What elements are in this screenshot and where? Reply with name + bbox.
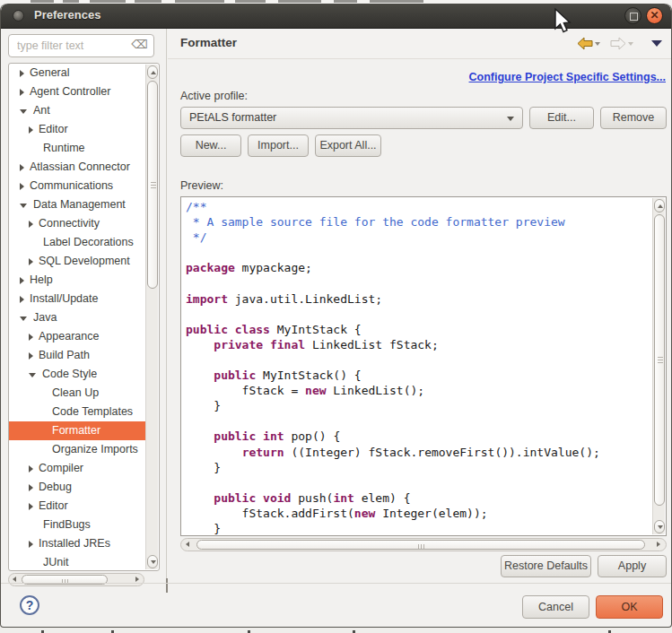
configure-project-settings-link[interactable]: Configure Project Specific Settings... — [469, 71, 666, 83]
chevron-right-icon[interactable] — [29, 503, 33, 510]
tree-item-label: Debug — [39, 481, 72, 493]
preview-scroll-thumb[interactable] — [654, 214, 665, 506]
preview-label: Preview: — [180, 179, 223, 192]
tree-item-organize-imports[interactable]: Organize Imports — [9, 440, 145, 459]
tree-item-label: Editor — [39, 499, 68, 512]
cancel-button[interactable]: Cancel — [522, 595, 589, 619]
maximize-button[interactable] — [624, 7, 641, 24]
tree-item-label: Label Decorations — [43, 236, 134, 248]
tree-item-help[interactable]: Help — [9, 271, 145, 290]
tree-item-label: Editor — [39, 123, 68, 135]
tree-item-findbugs[interactable]: FindBugs — [9, 516, 145, 534]
chevron-right-icon[interactable] — [20, 183, 24, 190]
preview-vertical-scrollbar[interactable] — [652, 198, 665, 534]
scroll-down-button[interactable] — [654, 520, 665, 533]
tree-item-label: Agent Controller — [30, 85, 110, 98]
restore-defaults-button[interactable]: Restore Defaults — [501, 555, 591, 577]
tree-item-agent-controller[interactable]: Agent Controller — [9, 82, 145, 101]
tree-item-editor[interactable]: Editor — [9, 120, 145, 139]
tree-item-sql-development[interactable]: SQL Development — [9, 252, 145, 271]
chevron-down-icon[interactable] — [20, 316, 27, 321]
chevron-right-icon[interactable] — [29, 352, 33, 360]
chevron-down-icon[interactable] — [20, 204, 27, 208]
tree-vertical-scrollbar[interactable] — [145, 65, 158, 569]
tree-item-installed-jres[interactable]: Installed JREs — [9, 534, 145, 553]
tree-item-label: Communications — [30, 179, 113, 192]
chevron-right-icon[interactable] — [20, 70, 24, 77]
code-line — [186, 475, 652, 490]
chevron-right-icon[interactable] — [29, 221, 33, 228]
tree-item-runtime[interactable]: Runtime — [9, 139, 145, 158]
chevron-down-icon[interactable] — [29, 373, 36, 377]
chevron-right-icon[interactable] — [29, 484, 33, 491]
chevron-right-icon[interactable] — [20, 89, 24, 96]
profile-select[interactable]: PEtALS formatter — [180, 107, 523, 129]
scroll-up-button[interactable] — [654, 199, 665, 212]
import-button[interactable]: Import... — [248, 134, 309, 157]
preview-code[interactable]: /** * A sample source file for the code … — [181, 197, 652, 535]
chevron-right-icon[interactable] — [29, 465, 33, 473]
chevron-right-icon[interactable] — [20, 296, 24, 303]
back-icon[interactable] — [577, 37, 593, 50]
scroll-left-button[interactable] — [183, 540, 195, 550]
back-menu-icon[interactable] — [595, 42, 600, 46]
window-title: Preferences — [34, 8, 100, 22]
tree-item-label-decorations[interactable]: Label Decorations — [9, 233, 145, 252]
tree-item-communications[interactable]: Communications — [9, 177, 145, 195]
tree-item-label: JUnit — [43, 556, 68, 568]
scroll-right-button[interactable] — [652, 540, 664, 550]
tree-item-compiler[interactable]: Compiler — [9, 459, 145, 478]
view-menu-icon[interactable] — [651, 40, 662, 47]
tree-item-label: General — [30, 66, 69, 79]
tree-item-java[interactable]: Java — [9, 308, 145, 327]
scroll-down-button[interactable] — [147, 555, 158, 568]
tree-item-clean-up[interactable]: Clean Up — [9, 384, 145, 403]
export-all-button[interactable]: Export All... — [315, 134, 381, 157]
close-button[interactable]: ✕ — [646, 7, 663, 24]
chevron-right-icon[interactable] — [29, 334, 33, 341]
chevron-right-icon[interactable] — [29, 258, 33, 265]
apply-button[interactable]: Apply — [598, 555, 667, 577]
tree-item-label: Data Management — [33, 198, 126, 211]
new-button[interactable]: New... — [180, 134, 241, 157]
forward-menu-icon[interactable] — [628, 42, 633, 46]
clear-filter-icon[interactable]: ⌫ — [132, 38, 148, 51]
filter-input[interactable] — [15, 38, 130, 54]
chevron-right-icon[interactable] — [29, 541, 33, 548]
tree-item-atlassian-connector[interactable]: Atlassian Connector — [9, 158, 145, 177]
chevron-right-icon[interactable] — [20, 277, 24, 284]
chevron-right-icon[interactable] — [29, 126, 33, 134]
tree-item-ant[interactable]: Ant — [9, 101, 145, 120]
tree-item-label: Compiler — [39, 462, 83, 474]
tree-item-build-path[interactable]: Build Path — [9, 346, 145, 365]
filter-box: ⌫ — [8, 34, 154, 57]
chevron-down-icon — [507, 117, 514, 121]
tree-item-install-update[interactable]: Install/Update — [9, 290, 145, 308]
tree-item-data-management[interactable]: Data Management — [9, 195, 145, 214]
chevron-right-icon[interactable] — [20, 164, 24, 171]
forward-icon[interactable] — [610, 37, 626, 50]
preview-horizontal-scrollbar[interactable] — [180, 538, 667, 551]
tree-item-formatter[interactable]: Formatter — [9, 421, 145, 440]
preview-hscroll-thumb[interactable] — [196, 540, 645, 550]
remove-button[interactable]: Remove — [600, 107, 667, 129]
tree-item-code-style[interactable]: Code Style — [9, 365, 145, 384]
tree-scroll-thumb[interactable] — [147, 81, 158, 289]
code-line: public int pop() { — [186, 429, 652, 444]
tree-item-label: Install/Update — [30, 292, 98, 305]
scroll-up-button[interactable] — [147, 65, 158, 79]
tree-item-appearance[interactable]: Appearance — [9, 327, 145, 346]
titlebar[interactable]: Preferences ✕ — [1, 4, 671, 29]
tree-item-code-templates[interactable]: Code Templates — [9, 403, 145, 421]
tree-item-editor[interactable]: Editor — [9, 497, 145, 516]
tree-item-general[interactable]: General — [9, 64, 145, 82]
tree-item-debug[interactable]: Debug — [9, 478, 145, 497]
bottom-bar: ? Cancel OK — [1, 584, 672, 628]
edit-button[interactable]: Edit... — [529, 107, 594, 129]
page-navigation — [577, 35, 666, 53]
ok-button[interactable]: OK — [596, 595, 663, 619]
help-button[interactable]: ? — [20, 595, 39, 615]
chevron-down-icon[interactable] — [20, 109, 27, 114]
tree-item-connectivity[interactable]: Connectivity — [9, 214, 145, 233]
tree-item-junit[interactable]: JUnit — [9, 553, 145, 571]
